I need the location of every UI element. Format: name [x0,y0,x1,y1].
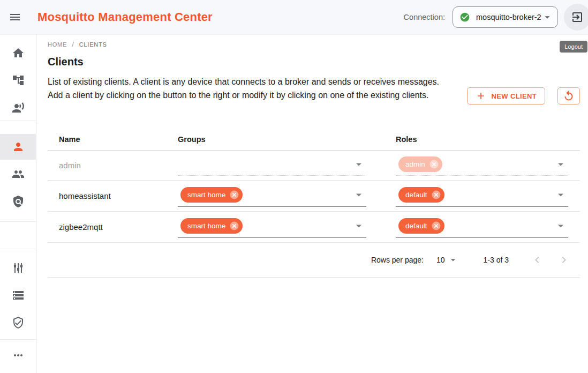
logout-button[interactable] [564,4,588,31]
chevron-left-icon [531,253,544,266]
app-title: Mosquitto Management Center [37,10,213,24]
more-horiz-icon [12,349,25,362]
roles-select[interactable]: default [396,181,568,211]
role-chip[interactable]: default [398,218,444,234]
chevron-down-icon [352,219,365,232]
table-row[interactable]: zigbee2mqtt smart home default [48,212,580,243]
clients-table: Name Groups Roles admin admin [48,129,580,278]
new-client-button-label: NEW CLIENT [492,92,537,100]
chevron-down-icon [352,188,365,201]
chevron-down-icon [352,158,365,170]
chip-cancel-icon[interactable] [229,190,239,200]
client-name: homeassistant [59,191,178,200]
sidebar-item-roles[interactable] [0,189,36,214]
column-header-roles: Roles [396,135,580,144]
table-header-row: Name Groups Roles [48,129,580,151]
chip-cancel-icon[interactable] [431,190,441,200]
breadcrumb-home-link[interactable]: HOME [48,41,67,48]
chevron-down-icon [541,11,553,23]
roles-select[interactable]: default [396,212,568,242]
page-actions: NEW CLIENT [467,87,580,105]
groups-select[interactable]: smart home [178,212,366,242]
breadcrumb: HOME / CLIENTS [48,40,107,48]
storage-icon [12,289,25,302]
top-app-bar: Mosquitto Management Center Connection: … [0,0,588,34]
topology-icon [12,74,25,87]
logout-icon [571,11,584,24]
rows-per-page-select[interactable]: 10 [436,255,458,265]
roles-select[interactable]: admin [396,151,568,180]
connection-label: Connection: [404,13,445,21]
connection-status-ok-icon [459,12,470,23]
sidebar-item-topology[interactable] [0,68,36,93]
role-chip[interactable]: admin [398,156,442,172]
sidebar-divider [0,221,36,222]
group-chip[interactable]: smart home [180,187,243,203]
refresh-icon [563,90,575,102]
person-icon [12,140,25,153]
group-chip-label: smart home [187,222,225,230]
sidebar-divider [0,339,36,340]
client-name: zigbee2mqtt [59,222,178,232]
table-row[interactable]: homeassistant smart home default [48,181,580,212]
sidebar-item-settings[interactable] [0,255,36,281]
record-voice-over-icon [12,101,25,114]
app-window: Mosquitto Management Center Connection: … [0,0,588,373]
connection-select[interactable]: mosquitto-broker-2 [453,6,558,28]
next-page-button[interactable] [555,251,573,269]
chevron-down-icon [448,255,458,265]
verified-user-icon [12,316,25,329]
page-description: List of existing clients. A client is an… [48,75,442,102]
connection-value: mosquitto-broker-2 [476,13,541,21]
role-chip[interactable]: default [398,187,444,203]
chip-cancel-icon[interactable] [429,159,439,169]
chevron-down-icon [554,219,567,232]
sidebar-item-security[interactable] [0,310,36,335]
sidebar-item-groups[interactable] [0,161,36,187]
chevron-down-icon [554,158,567,170]
table-pagination: Rows per page: 10 1-3 of 3 [48,243,580,278]
sidebar-nav [0,34,36,373]
group-chip-label: smart home [187,191,225,199]
client-name: admin [59,161,178,170]
menu-button[interactable] [4,6,26,28]
sidebar-item-streams[interactable] [0,95,36,121]
column-header-groups: Groups [178,135,396,144]
chip-cancel-icon[interactable] [431,221,441,231]
sliders-icon [12,262,25,274]
groups-select[interactable]: smart home [178,181,366,211]
plus-icon [476,91,486,101]
new-client-button[interactable]: NEW CLIENT [467,87,545,105]
logout-tooltip: Logout [560,41,587,53]
rows-per-page-label: Rows per page: [371,256,424,264]
role-chip-label: admin [405,160,425,168]
role-chip-label: default [405,191,427,199]
sidebar-divider [0,121,36,121]
policy-icon [12,195,25,208]
rows-per-page-value: 10 [436,256,445,264]
chip-cancel-icon[interactable] [229,221,239,231]
chevron-right-icon [557,253,570,266]
main-content: HOME / CLIENTS Clients List of existing … [37,34,588,373]
table-row[interactable]: admin admin [48,151,580,181]
pagination-range: 1-3 of 3 [484,256,509,264]
breadcrumb-separator: / [72,40,74,48]
refresh-button[interactable] [557,87,580,105]
hamburger-icon [9,11,21,24]
sidebar-divider [0,249,36,249]
sidebar-item-clients[interactable] [0,134,36,160]
home-icon [12,47,25,59]
groups-select[interactable] [178,151,366,180]
chevron-down-icon [554,188,567,201]
breadcrumb-current: CLIENTS [79,41,107,48]
sidebar-item-more[interactable] [0,342,36,368]
column-header-name: Name [59,135,178,144]
page-title: Clients [48,56,84,68]
previous-page-button[interactable] [528,251,546,269]
people-icon [12,168,25,181]
sidebar-item-logs[interactable] [0,282,36,308]
role-chip-label: default [405,222,427,230]
sidebar-item-home[interactable] [0,40,36,66]
group-chip[interactable]: smart home [180,218,243,234]
